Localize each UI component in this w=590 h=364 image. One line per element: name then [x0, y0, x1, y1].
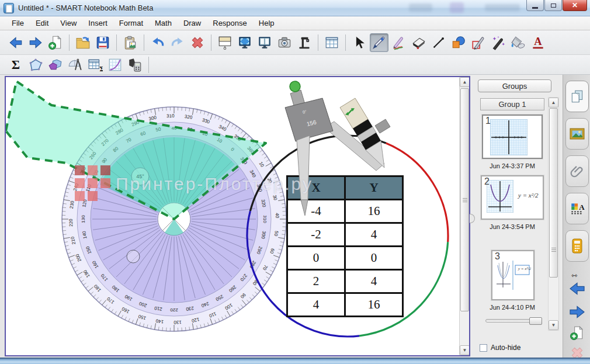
creative-pen-button[interactable] [390, 33, 408, 52]
compass-protractor-button[interactable] [66, 57, 85, 73]
scroll-down-button[interactable]: ▼ [460, 345, 470, 355]
equation-sigma-button[interactable]: Σ [6, 57, 25, 73]
irregular-polygon-button[interactable] [26, 57, 45, 73]
tab-gallery[interactable] [565, 118, 589, 150]
scroll-up-button[interactable]: ▲ [460, 77, 470, 87]
dock-toggle-icon[interactable]: ⇿ [571, 271, 578, 280]
table-row: 24 [287, 270, 403, 293]
document-camera-button[interactable] [295, 33, 314, 52]
previous-page-button[interactable] [567, 280, 588, 297]
back-button[interactable] [6, 33, 25, 52]
svg-text:Σ: Σ [12, 58, 20, 72]
group-1-header[interactable]: Group 1 [480, 98, 544, 110]
paste-icon [123, 35, 138, 50]
minimize-button[interactable] [526, 0, 544, 11]
tab-properties[interactable]: A [565, 193, 589, 224]
previous-page-arrow-icon [568, 282, 586, 296]
canvas-vertical-scrollbar[interactable]: ▲ ▼ [459, 77, 469, 355]
auto-hide-option[interactable]: Auto-hide [480, 344, 520, 352]
tab-page-sorter[interactable] [565, 81, 589, 112]
table-sigma-button[interactable]: Σ [86, 57, 105, 73]
menu-view[interactable]: View [54, 17, 82, 29]
toolbar-separator [116, 34, 117, 51]
tab-attachments[interactable] [565, 155, 589, 187]
xy-table[interactable]: X Y -416 -24 00 24 416 [286, 175, 404, 317]
scrollbar-thumb[interactable] [460, 88, 469, 311]
svg-text:320: 320 [184, 114, 193, 120]
next-page-button[interactable] [567, 304, 588, 320]
svg-text:230: 230 [69, 200, 75, 209]
thumbnail-size-slider[interactable] [485, 319, 542, 323]
menu-draw[interactable]: Draw [178, 17, 207, 29]
magic-pen-button[interactable] [489, 33, 508, 52]
redo-button[interactable] [168, 33, 187, 52]
menu-insert[interactable]: Insert [82, 17, 113, 29]
menu-response[interactable]: Response [207, 17, 253, 29]
regular-polygons-button[interactable] [46, 57, 65, 73]
svg-text:310: 310 [166, 113, 175, 119]
menu-help[interactable]: Help [253, 17, 280, 29]
background-smudge [485, 4, 520, 11]
svg-text:50: 50 [273, 231, 279, 237]
table-header-y: Y [345, 176, 403, 200]
select-cursor-icon [352, 35, 367, 50]
dual-page-button[interactable] [255, 33, 274, 52]
delete-button[interactable] [188, 33, 207, 52]
math-toolbar: Σ Σ [0, 55, 590, 75]
svg-text:130: 130 [173, 320, 182, 325]
irregular-polygon-icon [28, 57, 43, 72]
fill-button[interactable] [509, 33, 527, 52]
forward-arrow-icon [28, 35, 43, 50]
tab-calculator[interactable] [565, 230, 589, 262]
close-button[interactable]: ✕ [563, 0, 587, 11]
select-button[interactable] [350, 33, 369, 52]
page-1-timestamp: Jun 24-3:37 PM [471, 162, 553, 169]
screen-capture-button[interactable] [275, 33, 294, 52]
forward-button[interactable] [26, 33, 45, 52]
add-page-button-side[interactable] [567, 325, 588, 341]
scroll-down-button[interactable]: ▼ [549, 320, 558, 330]
scrollbar-thumb[interactable] [549, 108, 558, 278]
page-number: 3 [495, 251, 500, 262]
shapes-button[interactable] [449, 33, 468, 52]
pen-button[interactable] [370, 33, 388, 52]
menu-edit[interactable]: Edit [30, 17, 54, 29]
slider-handle[interactable] [529, 317, 542, 325]
page-canvas[interactable]: 3601020304050607080901001101201301401501… [5, 76, 470, 356]
line-icon [431, 35, 446, 50]
ti-calculator-button[interactable] [126, 57, 144, 73]
sidebar-scrollbar[interactable]: ▲ ▼ [548, 97, 559, 331]
open-button[interactable] [74, 33, 92, 52]
full-screen-button[interactable] [235, 33, 254, 52]
text-button[interactable]: A [529, 33, 547, 52]
menu-format[interactable]: Format [113, 17, 149, 29]
content-area: 3601020304050607080901001101201301401501… [0, 75, 590, 358]
insert-table-button[interactable] [322, 33, 341, 52]
graph-icon [107, 57, 123, 72]
scroll-up-button[interactable]: ▲ [549, 98, 558, 108]
groups-button[interactable]: Groups [478, 79, 551, 92]
regular-polygons-icon [48, 57, 63, 72]
background-smudge [409, 4, 432, 12]
add-page-button[interactable] [46, 33, 65, 52]
main-toolbar: A [0, 30, 590, 55]
save-button[interactable] [93, 33, 112, 52]
shape-recognition-pen-button[interactable] [469, 33, 488, 52]
menu-file[interactable]: File [6, 17, 30, 29]
eraser-button[interactable] [409, 33, 428, 52]
paste-button[interactable] [121, 33, 140, 52]
page-thumbnail-2[interactable]: 2 y = x²/2 [481, 175, 544, 220]
table-row: 416 [287, 293, 403, 317]
page-thumbnail-3[interactable]: 3 y = x²/2 [491, 250, 535, 300]
panel-collapse-handle[interactable] [470, 214, 475, 223]
maximize-button[interactable] [544, 0, 562, 11]
table-icon [324, 35, 339, 50]
page-thumbnail-1[interactable]: 1 [482, 115, 543, 159]
line-button[interactable] [429, 33, 448, 52]
screen-shade-button[interactable] [216, 33, 234, 52]
toolbar-separator [69, 34, 70, 51]
graph-button[interactable] [106, 57, 124, 73]
auto-hide-checkbox[interactable] [480, 344, 487, 352]
menu-math[interactable]: Math [149, 17, 178, 29]
undo-button[interactable] [148, 33, 167, 52]
